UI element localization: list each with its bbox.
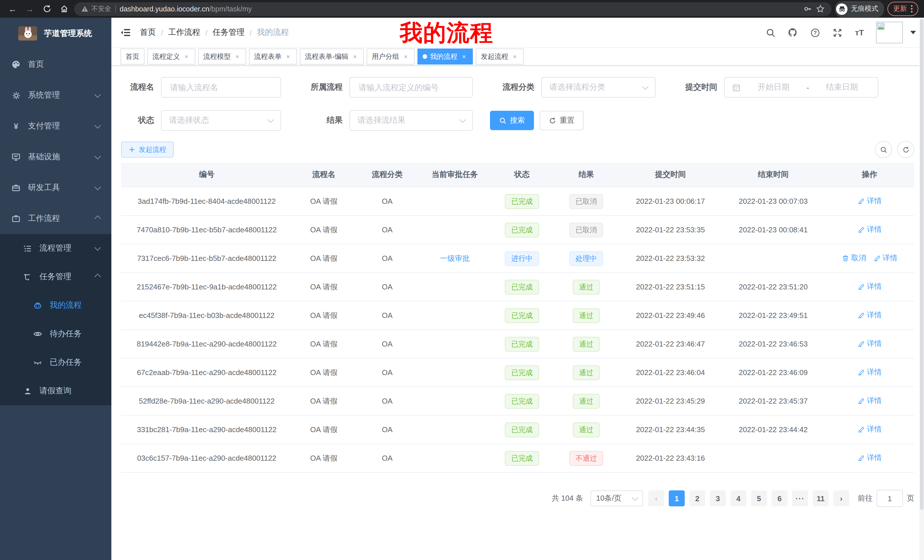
end-date-placeholder[interactable]: 结束日期 bbox=[813, 82, 870, 93]
browser-menu-icon[interactable] bbox=[911, 5, 913, 13]
sidebar-item-leave-query[interactable]: 请假查询 bbox=[0, 377, 111, 405]
pagination-prev-button[interactable]: ‹ bbox=[648, 490, 664, 506]
pagination-more-button[interactable]: ··· bbox=[792, 490, 808, 506]
close-icon[interactable]: × bbox=[460, 53, 468, 60]
edit-action-button[interactable]: 详情 bbox=[857, 310, 882, 320]
tab-user-group[interactable]: 用户分组× bbox=[367, 48, 415, 64]
sidebar-item-system[interactable]: 系统管理 bbox=[0, 80, 111, 111]
sidebar-item-devtools[interactable]: 研发工具 bbox=[0, 172, 111, 203]
sidebar-item-home[interactable]: 首页 bbox=[0, 49, 111, 80]
tab-process-definition[interactable]: 流程定义× bbox=[147, 48, 195, 64]
app-logo[interactable]: 芋道管理系统 bbox=[0, 18, 111, 49]
breadcrumb-home[interactable]: 首页 bbox=[140, 27, 156, 38]
tab-home[interactable]: 首页 bbox=[120, 48, 144, 64]
process-name-input[interactable] bbox=[161, 77, 281, 97]
sidebar-item-done-tasks[interactable]: 已办任务 bbox=[0, 348, 111, 377]
cell-submit-time: 2022-01-23 00:06:17 bbox=[619, 187, 722, 216]
close-icon[interactable]: × bbox=[511, 53, 519, 60]
breadcrumb-workflow[interactable]: 工作流程 bbox=[168, 27, 200, 38]
tab-process-model[interactable]: 流程模型× bbox=[198, 48, 246, 64]
select-placeholder: 请选择状态 bbox=[169, 115, 209, 126]
key-icon[interactable] bbox=[804, 4, 812, 13]
show-search-icon[interactable] bbox=[875, 141, 892, 158]
sidebar-item-task-mgmt[interactable]: 任务管理 bbox=[0, 263, 111, 291]
edit-action-button[interactable]: 详情 bbox=[857, 424, 882, 435]
process-name-input[interactable] bbox=[169, 82, 273, 93]
tab-process-form-edit[interactable]: 流程表单-编辑× bbox=[300, 48, 364, 64]
page-button-4[interactable]: 4 bbox=[730, 490, 746, 506]
category-select[interactable]: 请选择流程分类 bbox=[542, 77, 656, 97]
start-date-placeholder[interactable]: 开始日期 bbox=[745, 82, 802, 93]
refresh-table-icon[interactable] bbox=[897, 141, 914, 158]
svg-text:?: ? bbox=[813, 30, 816, 35]
sidebar-item-todo-tasks[interactable]: 待办任务 bbox=[0, 320, 111, 348]
page-size-select[interactable]: 10条/页 bbox=[591, 490, 643, 506]
result-select[interactable]: 请选择流结果 bbox=[350, 110, 473, 131]
cell-process-id: 7470a810-7b9b-11ec-b5b7-acde48001122 bbox=[121, 216, 292, 244]
tab-process-form[interactable]: 流程表单× bbox=[249, 48, 297, 64]
avatar-dropdown-icon[interactable] bbox=[910, 31, 916, 34]
bookmark-star-icon[interactable] bbox=[816, 4, 825, 13]
avatar[interactable] bbox=[876, 22, 903, 43]
search-button[interactable]: 搜索 bbox=[490, 111, 534, 130]
search-icon[interactable] bbox=[765, 27, 776, 38]
tab-start-process[interactable]: 发起流程× bbox=[476, 48, 524, 64]
edit-action-button[interactable]: 详情 bbox=[857, 396, 882, 406]
page-button-1[interactable]: 1 bbox=[669, 490, 685, 506]
scrollbar[interactable] bbox=[920, 18, 924, 560]
font-size-icon[interactable]: ᴛT bbox=[854, 27, 865, 38]
sidebar-collapse-icon[interactable] bbox=[119, 26, 132, 39]
address-bar[interactable]: 不安全 dashboard.yudao.iocoder.cn/bpm/task/… bbox=[74, 2, 831, 16]
close-icon[interactable]: × bbox=[284, 53, 292, 60]
reset-button[interactable]: 重置 bbox=[540, 111, 584, 130]
process-definition-input[interactable] bbox=[350, 77, 473, 97]
edit-action-button[interactable]: 详情 bbox=[857, 453, 882, 463]
edit-action-button[interactable]: 详情 bbox=[857, 339, 882, 349]
start-process-button[interactable]: 发起流程 bbox=[121, 142, 174, 157]
page-button-3[interactable]: 3 bbox=[710, 490, 726, 506]
edit-action-button[interactable]: 详情 bbox=[857, 367, 882, 377]
page-button-11[interactable]: 11 bbox=[813, 490, 829, 506]
date-range-picker[interactable]: 开始日期 - 结束日期 bbox=[724, 77, 878, 97]
edit-action-button[interactable]: 详情 bbox=[873, 253, 897, 264]
tab-my-process[interactable]: 我的流程× bbox=[417, 48, 473, 64]
sidebar-item-process-mgmt[interactable]: 流程管理 bbox=[0, 234, 111, 263]
close-icon[interactable]: × bbox=[402, 53, 410, 60]
process-definition-input[interactable] bbox=[357, 82, 465, 93]
breadcrumb-separator: / bbox=[205, 28, 207, 37]
goto-page-input[interactable] bbox=[877, 490, 903, 507]
fullscreen-icon[interactable] bbox=[831, 27, 843, 38]
filter-status: 状态 请选择状态 bbox=[121, 110, 281, 131]
home-icon[interactable] bbox=[57, 2, 71, 16]
close-icon[interactable]: × bbox=[351, 53, 358, 60]
pagination-next-button[interactable]: › bbox=[833, 490, 849, 506]
edit-action-button[interactable]: 详情 bbox=[857, 196, 882, 207]
scrollbar-thumb[interactable] bbox=[920, 19, 923, 510]
cell-actions: 详情 bbox=[825, 329, 914, 358]
sidebar-item-payment[interactable]: ¥ 支付管理 bbox=[0, 111, 111, 142]
filter-label: 所属流程 bbox=[298, 82, 350, 93]
forward-icon[interactable]: → bbox=[23, 2, 36, 16]
reload-icon[interactable] bbox=[40, 2, 54, 16]
close-icon[interactable]: × bbox=[183, 53, 190, 60]
help-icon[interactable]: ? bbox=[809, 27, 820, 38]
edit-action-button[interactable]: 详情 bbox=[857, 225, 882, 235]
page-button-5[interactable]: 5 bbox=[751, 490, 767, 506]
sidebar-item-my-process[interactable]: 我的流程 bbox=[0, 291, 111, 320]
breadcrumb-task-mgmt[interactable]: 任务管理 bbox=[213, 27, 245, 38]
page-button-2[interactable]: 2 bbox=[689, 490, 705, 506]
sidebar-item-infrastructure[interactable]: 基础设施 bbox=[0, 142, 111, 172]
close-icon[interactable]: × bbox=[234, 53, 241, 60]
security-chip[interactable]: 不安全 bbox=[81, 4, 111, 13]
current-task-link[interactable]: 一级审批 bbox=[440, 254, 470, 262]
status-select[interactable]: 请选择状态 bbox=[161, 110, 281, 131]
back-icon[interactable]: ← bbox=[6, 2, 20, 16]
url-text[interactable]: dashboard.yudao.iocoder.cn/bpm/task/my bbox=[120, 5, 800, 13]
sidebar-item-workflow[interactable]: 工作流程 bbox=[0, 203, 111, 234]
page-button-6[interactable]: 6 bbox=[771, 490, 788, 506]
edit-action-button[interactable]: 详情 bbox=[857, 282, 882, 292]
range-separator: - bbox=[807, 83, 809, 91]
trash-action-button[interactable]: 取消 bbox=[842, 253, 866, 264]
update-button[interactable]: 更新 bbox=[888, 2, 918, 16]
github-icon[interactable] bbox=[787, 27, 798, 38]
